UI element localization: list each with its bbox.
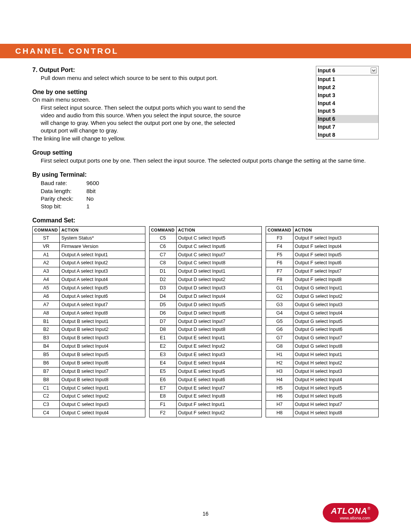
command-cell: E5 (149, 367, 176, 375)
command-cell: H6 (266, 392, 293, 401)
table-row: E8Output E select Input8 (149, 392, 262, 401)
table-row: C3Output C select Input3 (33, 401, 145, 409)
command-cell: D3 (149, 284, 176, 292)
action-cell: Output F select Input2 (176, 409, 262, 417)
dropdown-option[interactable]: Input 7 (316, 123, 378, 131)
col-header-command: COMMAND (149, 226, 176, 234)
action-cell: Output C select Input1 (60, 384, 145, 392)
action-cell: Output C select Input2 (60, 392, 145, 401)
input-dropdown[interactable]: Input 6 Input 1Input 2Input 3Input 4Inpu… (316, 66, 379, 139)
action-cell: Output A select Input8 (60, 309, 145, 317)
action-cell: Output D select Input1 (176, 267, 262, 276)
command-cell: G6 (266, 326, 293, 334)
brand-logo: ATLONA® www.atlona.com (323, 503, 379, 522)
command-cell: G5 (266, 317, 293, 326)
action-cell: Output A select Input2 (60, 259, 145, 267)
command-cell: H5 (266, 384, 293, 392)
command-cell: C8 (149, 259, 176, 267)
action-cell: Output E select Input2 (176, 342, 262, 351)
command-cell: G7 (266, 334, 293, 342)
command-cell: E1 (149, 334, 176, 342)
dropdown-option[interactable]: Input 5 (316, 107, 378, 115)
action-cell: Output B select Input8 (60, 375, 145, 384)
table-row: G5Output G select Input5 (266, 317, 379, 326)
command-cell: D8 (149, 326, 176, 334)
command-cell: F4 (266, 242, 293, 251)
table-row: A1Output A select Input1 (33, 251, 145, 259)
dropdown-selected-label: Input 6 (318, 67, 335, 74)
table-row: A2Output A select Input2 (33, 259, 145, 267)
command-cell: D7 (149, 317, 176, 326)
col-header-action: ACTION (176, 226, 262, 234)
table-row: D2Output D select Input2 (149, 276, 262, 284)
terminal-value: 8bit (86, 187, 96, 195)
command-cell: D2 (149, 276, 176, 284)
section-title: CHANNEL CONTROL (15, 46, 119, 55)
command-cell: A8 (33, 309, 60, 317)
action-cell: Output A select Input6 (60, 292, 145, 300)
terminal-row: Parity check:No (41, 195, 379, 203)
action-cell: Output H select Input7 (293, 401, 379, 409)
action-cell: Output C select Input8 (176, 259, 262, 267)
command-cell: A6 (33, 292, 60, 300)
dropdown-option[interactable]: Input 3 (316, 91, 378, 99)
command-cell: G8 (266, 342, 293, 351)
dropdown-option[interactable]: Input 8 (316, 131, 378, 139)
command-cell: G3 (266, 300, 293, 309)
table-row: VRFirmware Version (33, 242, 145, 251)
table-row: H5Output H select Input5 (266, 384, 379, 392)
terminal-key: Parity check: (41, 195, 86, 203)
table-row: F5Output F select Input5 (266, 251, 379, 259)
action-cell: Output B select Input2 (60, 326, 145, 334)
command-column: COMMANDACTIONC5Output C select Input5C6O… (149, 226, 262, 417)
dropdown-option[interactable]: Input 6 (316, 115, 378, 123)
table-row: H8Output H select Input8 (266, 409, 379, 417)
table-row: B1Output B select Input1 (33, 317, 145, 326)
action-cell: Output D select Input2 (176, 276, 262, 284)
brand-url: www.atlona.com (331, 516, 370, 520)
command-cell: C6 (149, 242, 176, 251)
command-cell: H1 (266, 351, 293, 359)
table-row: A8Output A select Input8 (33, 309, 145, 317)
action-cell: Output G select Input8 (293, 342, 379, 351)
command-cell: B2 (33, 326, 60, 334)
command-cell: F3 (266, 234, 293, 242)
table-row: H1Output H select Input1 (266, 351, 379, 359)
chevron-down-icon[interactable] (371, 67, 377, 73)
table-row: D3Output D select Input3 (149, 284, 262, 292)
table-row: G1Output G select Input1 (266, 284, 379, 292)
table-row: G3Output G select Input3 (266, 300, 379, 309)
table-row: D4Output D select Input4 (149, 292, 262, 300)
terminal-value: No (86, 195, 94, 203)
table-row: A3Output A select Input3 (33, 267, 145, 276)
table-row: A7Output A select Input7 (33, 300, 145, 309)
dropdown-option[interactable]: Input 2 (316, 83, 378, 91)
action-cell: Firmware Version (60, 242, 145, 251)
dropdown-selected[interactable]: Input 6 (316, 66, 378, 75)
action-cell: Output H select Input6 (293, 392, 379, 401)
action-cell: Output A select Input5 (60, 284, 145, 292)
action-cell: Output A select Input1 (60, 251, 145, 259)
command-cell: B5 (33, 351, 60, 359)
action-cell: Output E select Input5 (176, 367, 262, 375)
dropdown-option[interactable]: Input 1 (316, 75, 378, 83)
action-cell: Output D select Input5 (176, 300, 262, 309)
brand-name: ATLONA (331, 506, 368, 516)
command-cell: E2 (149, 342, 176, 351)
action-cell: Output H select Input8 (293, 409, 379, 417)
action-cell: Output G select Input6 (293, 326, 379, 334)
terminal-row: Stop bit:1 (41, 203, 379, 210)
table-row: STSystem Status* (33, 234, 145, 242)
command-cell: F1 (149, 401, 176, 409)
command-cell: D5 (149, 300, 176, 309)
col-header-action: ACTION (60, 226, 145, 234)
action-cell: Output G select Input3 (293, 300, 379, 309)
terminal-key: Baud rate: (41, 179, 86, 187)
table-row: C7Output C select Input7 (149, 251, 262, 259)
table-row: B5Output B select Input5 (33, 351, 145, 359)
command-cell: B1 (33, 317, 60, 326)
dropdown-option[interactable]: Input 4 (316, 99, 378, 107)
table-row: D6Output D select Input6 (149, 309, 262, 317)
table-row: A5Output A select Input5 (33, 284, 145, 292)
command-cell: B4 (33, 342, 60, 351)
